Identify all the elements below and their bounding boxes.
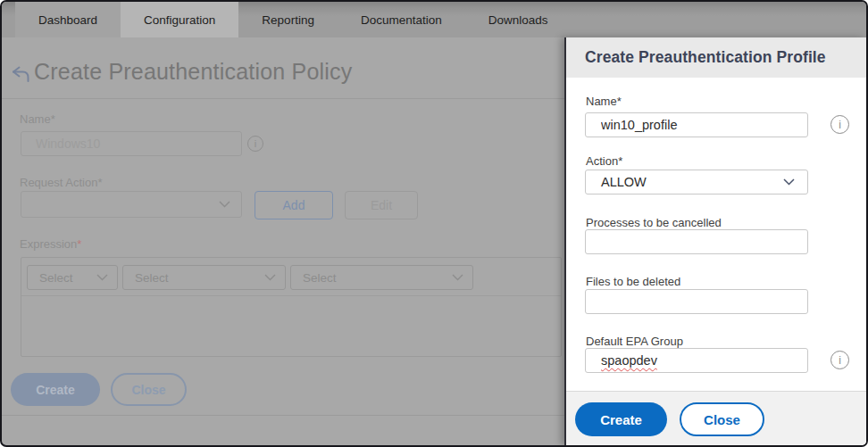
chevron-down-icon (452, 274, 463, 281)
files-input[interactable] (585, 289, 808, 314)
bg-expression-select-3: Select (290, 265, 473, 290)
panel-title: Create Preauthentication Profile (585, 48, 826, 67)
close-button[interactable]: Close (680, 402, 764, 436)
back-arrow-icon (11, 66, 30, 84)
page-title: Create Preauthentication Policy (34, 59, 352, 85)
chevron-down-icon (219, 201, 230, 208)
bg-add-button: Add (255, 191, 333, 219)
bg-expression-editor: Select Select Select (21, 257, 562, 357)
bg-expression-select-2: Select (122, 265, 286, 290)
chevron-down-icon (96, 274, 108, 281)
default-epa-group-input[interactable]: spaopdev (585, 348, 808, 373)
nav-tab-dashboard: Dashboard (15, 2, 121, 37)
bg-close-button: Close (111, 373, 187, 406)
epa-group-value: spaopdev (601, 353, 657, 368)
bg-create-button: Create (11, 373, 100, 406)
bg-name-label: Name* (20, 112, 55, 126)
panel-header: Create Preauthentication Profile (566, 37, 866, 78)
info-icon[interactable]: i (830, 115, 849, 134)
info-icon: i (247, 136, 263, 152)
action-selected-value: ALLOW (601, 175, 647, 189)
processes-label: Processes to be cancelled (586, 216, 722, 229)
bg-expression-select-1: Select (27, 265, 118, 290)
name-input[interactable] (585, 112, 808, 137)
default-epa-group-label: Default EPA Group (586, 335, 683, 348)
create-button[interactable]: Create (575, 402, 667, 436)
expression-toolbar: Select Select Select (21, 258, 561, 296)
nav-tab-configuration: Configuration (121, 2, 238, 37)
panel-footer: Create Close (566, 391, 866, 445)
bg-request-action-label: Request Action* (20, 176, 103, 189)
required-asterisk: * (77, 237, 81, 251)
nav-tab-downloads: Downloads (465, 2, 572, 37)
bottom-divider (2, 415, 564, 416)
chevron-down-icon (264, 274, 276, 281)
action-label: Action* (586, 154, 622, 168)
nav-tab-documentation: Documentation (338, 2, 465, 37)
processes-input[interactable] (585, 229, 808, 254)
action-select[interactable]: ALLOW (585, 170, 808, 195)
name-label: Name* (586, 95, 622, 108)
screenshot-frame: Dashboard Configuration Reporting Docume… (0, 0, 868, 447)
bg-name-input (21, 131, 242, 156)
bg-expression-label: Expression* (20, 237, 81, 251)
chevron-down-icon (783, 178, 795, 186)
bg-edit-button: Edit (345, 191, 418, 219)
bg-request-action-dropdown (21, 191, 242, 218)
create-preauth-profile-panel: Create Preauthentication Profile Name* i… (564, 37, 866, 445)
info-icon[interactable]: i (830, 351, 849, 369)
nav-tab-reporting: Reporting (238, 2, 338, 37)
files-label: Files to be deleted (586, 275, 680, 288)
top-nav: Dashboard Configuration Reporting Docume… (2, 2, 866, 37)
